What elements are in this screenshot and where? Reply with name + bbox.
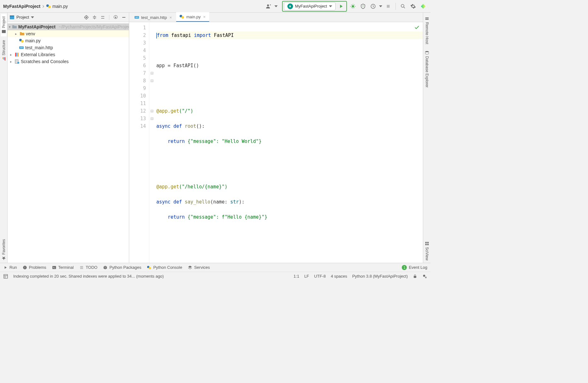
tree-http-file[interactable]: API test_main.http [8,44,129,51]
project-panel: Project ▾ MyFastApiProject ~/PycharmProj… [8,13,129,263]
http-file-icon: API [134,15,139,20]
fold-icon[interactable]: ⊟ [149,107,154,115]
ide-settings-icon[interactable] [422,274,427,279]
analysis-ok-icon[interactable] [414,25,420,32]
code-token: FastAPI [214,32,234,38]
chevron-down-icon[interactable] [379,5,382,7]
tab-sciview[interactable]: SciView [424,239,430,263]
tree-ext-label: External Libraries [21,52,55,57]
tree-venv[interactable]: ▸ venv [8,30,129,37]
coverage-button[interactable] [359,2,367,10]
tool-services[interactable]: Services [188,265,210,270]
svg-text:!: ! [25,266,25,269]
line-separator[interactable]: LF [304,274,309,279]
library-icon [14,52,20,57]
caret-position[interactable]: 1:1 [294,274,299,279]
http-file-icon: API [19,45,24,50]
tool-problems[interactable]: !Problems [23,265,46,270]
close-icon[interactable]: × [203,15,206,19]
tree-root[interactable]: ▾ MyFastApiProject ~/PycharmProjects/MyF… [8,23,129,30]
code-token: ("/hello/{name}") [179,184,228,190]
tree-scratches[interactable]: ▸ Scratches and Consoles [8,58,129,65]
code-token: (): [196,123,205,129]
breadcrumb[interactable]: MyFastApiProject › main.py [3,3,68,9]
code-token: return [168,138,185,144]
tab-database[interactable]: Database Explorer [424,48,430,90]
line-gutter[interactable]: 1234567891011121314 [129,22,149,263]
tool-todo[interactable]: TODO [79,265,97,270]
indent-setting[interactable]: 4 spaces [331,274,347,279]
right-tool-strip: Remote Host Database Explorer SciView [423,13,430,263]
tree-http-label: test_main.http [25,45,53,50]
tab-test-main-http[interactable]: API test_main.http × [131,13,176,22]
svg-rect-10 [2,57,3,59]
tool-label: Python Console [153,265,182,270]
fold-icon[interactable]: ⊟ [149,77,154,85]
svg-point-43 [423,274,425,277]
breadcrumb-file[interactable]: main.py [52,4,68,9]
tool-label: Services [194,265,210,270]
svg-point-40 [149,267,151,269]
file-encoding[interactable]: UTF-8 [314,274,326,279]
tab-favorites[interactable]: Favorites [1,237,7,263]
search-icon[interactable] [399,2,407,10]
project-view-selector[interactable]: Project [9,15,34,20]
fold-gutter[interactable]: ⊟ ⊟ ⊟ ⊟ [149,22,154,263]
code-token: ): [239,199,245,205]
code-content[interactable]: from fastapi import FastAPI app = FastAP… [154,22,423,263]
code-token: async [156,199,170,205]
tab-main-py[interactable]: main.py × [176,12,209,22]
tool-run[interactable]: Run [3,265,17,270]
close-icon[interactable]: × [169,15,173,20]
collapse-all-icon[interactable] [100,14,106,21]
interpreter[interactable]: Python 3.8 (MyFastApiProject) [352,274,408,279]
event-count-badge: 1 [402,265,407,270]
run-button[interactable] [337,2,345,10]
tool-label: Terminal [58,265,74,270]
chevron-down-icon[interactable] [274,5,278,7]
chevron-right-icon[interactable]: ▸ [9,53,13,57]
locate-icon[interactable] [83,14,89,21]
fold-icon[interactable]: ⊟ [149,115,154,122]
svg-rect-33 [427,242,428,243]
run-config-selector[interactable]: MyFastApiProject [284,2,336,10]
tab-structure[interactable]: Structure [1,38,7,64]
tab-remote-host[interactable]: Remote Host [424,14,430,47]
chevron-right-icon[interactable]: ▸ [14,32,18,36]
chevron-right-icon[interactable]: ▸ [9,60,13,64]
tree-external-libs[interactable]: ▸ External Libraries [8,51,129,58]
tool-packages[interactable]: Python Packages [103,265,141,270]
tool-windows-icon[interactable] [3,274,8,279]
tree-main-label: main.py [25,38,41,43]
fold-icon[interactable]: ⊟ [149,69,154,77]
panel-settings-icon[interactable] [112,14,119,21]
add-user-icon[interactable] [264,2,273,10]
code-editor[interactable]: 1234567891011121314 ⊟ ⊟ ⊟ ⊟ from fastapi… [129,22,423,263]
readonly-lock-icon[interactable] [413,274,417,279]
tab-favorites-label: Favorites [2,239,6,255]
chevron-down-icon[interactable]: ▾ [9,25,11,29]
tool-console[interactable]: Python Console [147,265,182,270]
breadcrumb-separator-icon: › [42,3,44,9]
svg-rect-5 [387,5,390,8]
tree-main-py[interactable]: main.py [8,37,129,44]
expand-all-icon[interactable] [91,14,98,21]
tree-root-path: ~/PycharmProjects/MyFastApiProject [59,24,129,29]
tool-event-log[interactable]: 1 Event Log [402,265,427,270]
jetbrains-icon[interactable] [419,2,427,10]
profile-button[interactable] [369,2,377,10]
settings-icon[interactable] [409,2,417,10]
folder-icon [12,24,17,29]
chevron-down-icon [31,16,34,18]
svg-rect-30 [425,19,429,20]
hide-panel-icon[interactable] [121,14,127,21]
debug-button[interactable] [349,2,357,10]
code-token: return [168,214,185,220]
tab-project[interactable]: Project [1,14,7,36]
stop-button[interactable] [384,2,392,10]
tool-terminal[interactable]: Terminal [52,265,74,270]
tool-label: Problems [29,265,46,270]
project-tree[interactable]: ▾ MyFastApiProject ~/PycharmProjects/MyF… [8,22,129,263]
code-token: root [185,123,196,129]
breadcrumb-project[interactable]: MyFastApiProject [3,4,40,9]
